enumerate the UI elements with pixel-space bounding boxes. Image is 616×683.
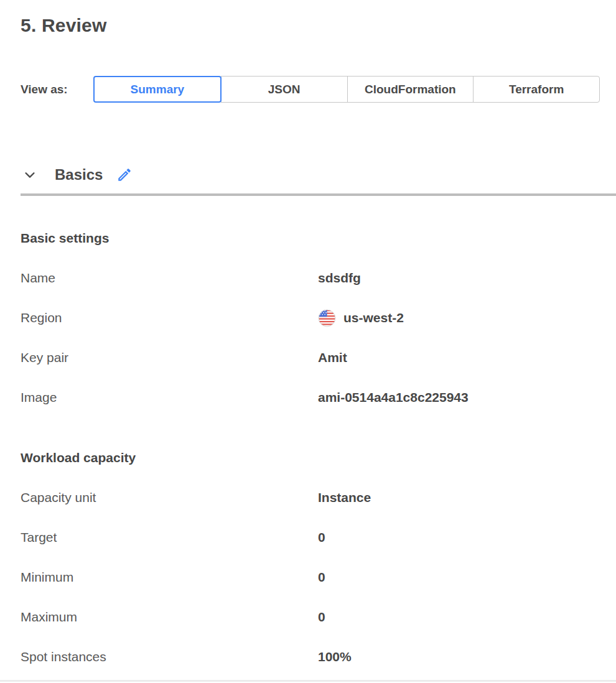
row-value: 100% bbox=[318, 649, 352, 664]
row-value: 0 bbox=[318, 530, 325, 545]
view-as-control: View as: Summary JSON CloudFormation Ter… bbox=[21, 76, 600, 103]
row-spot-instances: Spot instances 100% bbox=[21, 637, 600, 677]
group-heading-basic-settings: Basic settings bbox=[21, 218, 600, 258]
region-value: us-west-2 bbox=[343, 310, 404, 325]
row-image: Image ami-0514a4a1c8c225943 bbox=[21, 378, 600, 417]
chevron-down-icon bbox=[23, 168, 37, 182]
row-label: Name bbox=[21, 271, 318, 286]
review-page: 5. Review View as: Summary JSON CloudFor… bbox=[0, 0, 616, 683]
tab-cloudformation[interactable]: CloudFormation bbox=[347, 76, 474, 103]
row-label: Target bbox=[21, 530, 318, 545]
row-label: Spot instances bbox=[21, 649, 318, 664]
tab-json[interactable]: JSON bbox=[221, 76, 348, 103]
row-target: Target 0 bbox=[21, 518, 600, 557]
row-value: ami-0514a4a1c8c225943 bbox=[318, 390, 469, 405]
row-maximum: Maximum 0 bbox=[21, 597, 600, 637]
row-region: Region bbox=[21, 298, 600, 338]
view-as-tab-group: Summary JSON CloudFormation Terraform bbox=[93, 76, 600, 103]
page-title: 5. Review bbox=[21, 0, 600, 36]
row-name: Name sdsdfg bbox=[21, 258, 600, 298]
bottom-divider bbox=[0, 680, 616, 682]
view-as-label: View as: bbox=[21, 83, 93, 96]
pencil-icon bbox=[116, 167, 133, 183]
tab-terraform[interactable]: Terraform bbox=[473, 76, 600, 103]
row-value: 0 bbox=[318, 610, 325, 625]
section-divider bbox=[21, 193, 616, 196]
tab-summary[interactable]: Summary bbox=[93, 76, 222, 103]
row-value: Instance bbox=[318, 490, 371, 505]
row-value: us-west-2 bbox=[318, 309, 404, 327]
row-value: sdsdfg bbox=[318, 271, 361, 286]
row-label: Key pair bbox=[21, 350, 318, 365]
row-value: 0 bbox=[318, 570, 325, 585]
row-value: Amit bbox=[318, 350, 347, 365]
row-label: Minimum bbox=[21, 570, 318, 585]
us-flag-icon bbox=[318, 309, 336, 327]
row-key-pair: Key pair Amit bbox=[21, 338, 600, 378]
section-title: Basics bbox=[55, 166, 103, 184]
basics-section-header: Basics bbox=[21, 166, 600, 184]
group-heading-workload-capacity: Workload capacity bbox=[21, 438, 600, 478]
row-label: Image bbox=[21, 390, 318, 405]
row-label: Region bbox=[21, 310, 318, 325]
edit-basics-button[interactable] bbox=[116, 167, 133, 183]
row-label: Capacity unit bbox=[21, 490, 318, 505]
row-minimum: Minimum 0 bbox=[21, 557, 600, 597]
row-capacity-unit: Capacity unit Instance bbox=[21, 478, 600, 518]
row-label: Maximum bbox=[21, 610, 318, 625]
collapse-toggle[interactable] bbox=[22, 167, 37, 182]
